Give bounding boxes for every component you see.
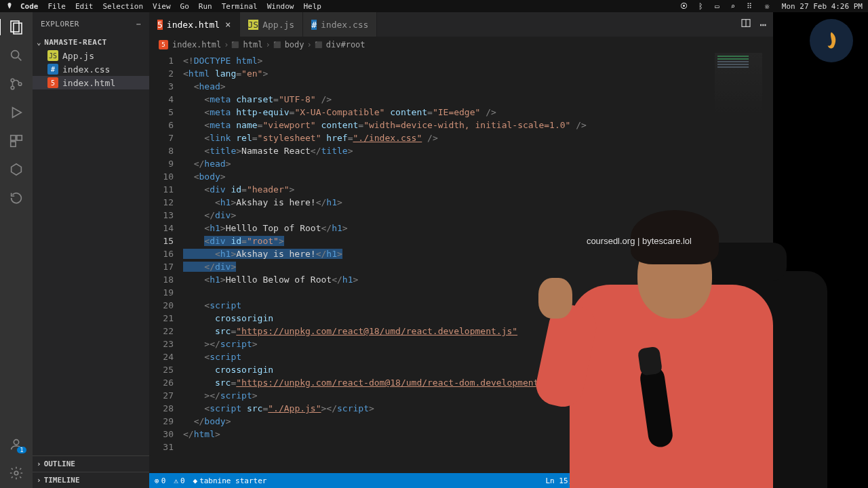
svg-marker-11	[12, 164, 22, 176]
html-file-icon: 5	[47, 77, 58, 88]
menubar-item-file[interactable]: File	[48, 2, 66, 11]
hexagon-icon[interactable]	[8, 161, 24, 178]
element-icon: ⬛	[315, 41, 322, 48]
menubar-item-selection[interactable]: Selection	[103, 2, 144, 11]
breadcrumb-segment[interactable]: html	[243, 40, 262, 49]
menubar-right: ⦿ ᛒ ▭ ⌕ ⠿ ⨳ Mon 27 Feb 4:26 PM	[673, 2, 863, 11]
html-file-icon: 5	[159, 40, 168, 49]
outline-section[interactable]: ›OUTLINE	[33, 455, 149, 472]
extensions-icon[interactable]	[8, 133, 24, 149]
svg-point-5	[11, 86, 14, 89]
project-name: NAMASTE-REACT	[44, 38, 107, 47]
record-icon[interactable]: ⦿	[680, 2, 688, 11]
editor-tabs: 5index.html×JSApp.js#index.css ⋯	[149, 12, 773, 37]
chevron-right-icon: ›	[37, 460, 41, 468]
html-file-icon: 5	[157, 20, 163, 30]
svg-rect-9	[17, 136, 22, 140]
menubar-item-help[interactable]: Help	[303, 2, 321, 11]
search-icon[interactable]: ⌕	[730, 2, 735, 11]
status-tabnine[interactable]: ◆ tabnine starter	[193, 476, 267, 485]
accounts-icon[interactable]: 1	[8, 436, 24, 453]
status-warnings[interactable]: ⚠ 0	[174, 476, 184, 485]
split-editor-icon[interactable]	[741, 18, 751, 31]
watermark-text: coursedl.org | bytescare.lol	[587, 236, 692, 246]
element-icon: ⬛	[273, 41, 281, 48]
menubar-item-run[interactable]: Run	[199, 2, 212, 11]
svg-point-12	[14, 440, 18, 445]
menubar-item-terminal[interactable]: Terminal	[222, 2, 258, 11]
search-icon[interactable]	[8, 47, 24, 64]
more-icon[interactable]: ⋯	[136, 20, 141, 28]
run-debug-icon[interactable]	[8, 104, 24, 121]
tab-index-html[interactable]: 5index.html×	[149, 12, 240, 37]
line-gutter: 1234567891011121314151617181920212223242…	[149, 53, 183, 488]
refresh-icon[interactable]	[8, 190, 24, 206]
macos-menubar: Code FileEditSelectionViewGoRunTerminalW…	[0, 0, 868, 12]
menubar-item-go[interactable]: Go	[180, 2, 189, 11]
timeline-section[interactable]: ›TIMELINE	[33, 472, 149, 488]
svg-point-6	[18, 83, 22, 86]
tab-App-js[interactable]: JSApp.js	[240, 12, 304, 37]
svg-point-13	[14, 471, 18, 475]
menubar-item-window[interactable]: Window	[267, 2, 294, 11]
battery-icon[interactable]: ▭	[715, 2, 719, 11]
menubar-item-edit[interactable]: Edit	[75, 2, 94, 11]
breadcrumb-segment[interactable]: index.html	[172, 40, 221, 49]
file-item-App-js[interactable]: JSApp.js	[33, 49, 149, 62]
file-item-index-html[interactable]: 5index.html	[33, 76, 149, 89]
tab-index-css[interactable]: #index.css	[303, 12, 377, 37]
channel-logo	[810, 19, 853, 62]
settings-gear-icon[interactable]	[8, 465, 24, 481]
more-actions-icon[interactable]: ⋯	[760, 18, 766, 31]
breadcrumb-segment[interactable]: div#root	[326, 40, 366, 49]
js-file-icon: JS	[47, 50, 58, 61]
breadcrumb-segment[interactable]: body	[285, 40, 304, 49]
chevron-right-icon: ›	[37, 476, 41, 485]
css-file-icon: #	[47, 64, 58, 75]
status-errors[interactable]: ⊗ 0	[155, 476, 165, 485]
sidebar-title: EXPLORER	[41, 20, 79, 28]
bluetooth-icon[interactable]: ᛒ	[698, 2, 703, 11]
control-center-icon[interactable]: ⠿	[747, 2, 752, 11]
menubar-item-view[interactable]: View	[153, 2, 171, 11]
svg-marker-7	[13, 108, 22, 118]
svg-point-4	[11, 79, 14, 82]
accounts-badge: 1	[17, 447, 26, 453]
presenter-overlay	[542, 217, 827, 488]
svg-rect-8	[11, 136, 16, 140]
minimap[interactable]	[715, 53, 762, 134]
sidebar-header: EXPLORER ⋯	[33, 12, 149, 36]
svg-rect-10	[11, 142, 16, 146]
chevron-down-icon: ⌄	[37, 38, 41, 47]
svg-point-2	[12, 51, 19, 58]
svg-line-3	[18, 58, 22, 61]
project-folder[interactable]: ⌄ NAMASTE-REACT	[33, 36, 149, 49]
explorer-sidebar: EXPLORER ⋯ ⌄ NAMASTE-REACT JSApp.js#inde…	[33, 12, 149, 488]
element-icon: ⬛	[231, 41, 239, 48]
activity-bar: 1	[0, 12, 33, 488]
apple-icon[interactable]	[5, 2, 14, 10]
close-tab-icon[interactable]: ×	[225, 19, 231, 30]
breadcrumb[interactable]: 5index.html›⬛html›⬛body›⬛div#root	[149, 37, 773, 53]
menubar-clock[interactable]: Mon 27 Feb 4:26 PM	[782, 2, 863, 11]
source-control-icon[interactable]	[8, 76, 24, 92]
menubar-app-name[interactable]: Code	[20, 2, 39, 11]
css-file-icon: #	[311, 20, 317, 30]
wifi-icon[interactable]: ⨳	[763, 2, 770, 11]
js-file-icon: JS	[248, 20, 259, 30]
explorer-icon[interactable]	[0, 19, 32, 35]
file-item-index-css[interactable]: #index.css	[33, 62, 149, 76]
